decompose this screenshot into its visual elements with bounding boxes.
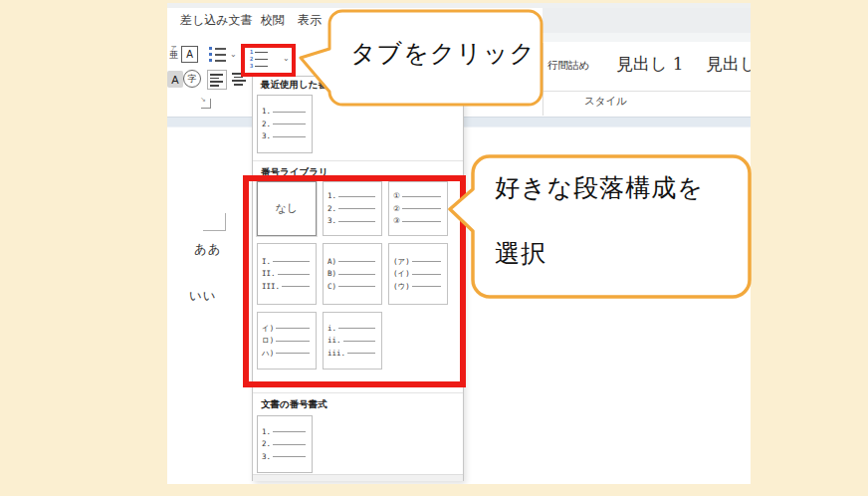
library-item-katakana-paren[interactable]: (ア)(イ)(ウ) — [388, 243, 448, 305]
placeholder-line — [402, 208, 441, 209]
number-marker: ロ) — [262, 337, 274, 345]
document-number-format-item[interactable]: 1.2.3. — [257, 415, 313, 473]
placeholder-line — [255, 66, 268, 68]
style-heading1[interactable]: 見出し 1 — [616, 53, 684, 76]
library-item-roman-upper[interactable]: I.II.III. — [257, 243, 317, 305]
placeholder-line — [255, 59, 268, 61]
bullet-list-icon — [209, 53, 226, 56]
number-preview-row: 2. — [262, 121, 308, 128]
number-marker: iii. — [327, 350, 345, 358]
number-marker: ハ) — [262, 350, 274, 358]
number-preview-row: iii. — [327, 350, 377, 358]
number-marker: (イ) — [393, 270, 410, 278]
number-marker: 2. — [327, 205, 336, 213]
number-preview-row: 1. — [327, 192, 377, 200]
dialog-launcher-arrow-icon: ↘ — [200, 96, 206, 104]
number-marker: 3 — [250, 64, 253, 70]
align-center-button[interactable] — [230, 70, 250, 90]
number-preview-row: ロ) — [262, 337, 312, 345]
number-marker: A) — [327, 258, 336, 266]
number-preview-row: 1 — [250, 50, 270, 55]
number-marker: 1. — [262, 108, 271, 116]
number-marker: (ア) — [393, 258, 410, 266]
number-marker: 2 — [250, 57, 253, 63]
number-preview-row: C) — [327, 283, 377, 291]
library-item-alpha-paren[interactable]: A)B)C) — [323, 243, 382, 305]
ruby-icon-base: 亜 — [167, 51, 180, 60]
placeholder-line — [276, 328, 310, 329]
placeholder-line — [338, 261, 375, 262]
style-no-spacing[interactable]: 行間詰め — [547, 59, 589, 73]
number-preview-row: 3. — [327, 217, 377, 225]
tab-row-background-lower — [542, 33, 751, 42]
number-marker: 3. — [262, 132, 271, 140]
document-text-line: いい — [189, 288, 217, 305]
align-center-icon — [232, 80, 246, 82]
placeholder-line — [282, 286, 310, 287]
callout-text-select-format-line1: 好きな段落構成を — [495, 171, 704, 204]
number-preview-row: II. — [262, 270, 312, 278]
number-preview-row: 2. — [262, 440, 308, 448]
placeholder-line — [273, 124, 306, 124]
paragraph-dialog-launcher[interactable]: ↘ — [201, 99, 211, 109]
number-preview-row: (ウ) — [393, 283, 443, 291]
number-marker: III. — [262, 283, 280, 291]
bullet-list-icon — [209, 59, 226, 62]
number-marker: イ) — [262, 325, 274, 333]
character-shading-button[interactable]: A — [167, 71, 183, 88]
numbered-list-chevron-icon[interactable]: ⌄ — [283, 55, 290, 63]
number-marker: 3. — [327, 217, 336, 225]
number-library-header: 番号ライブラリ — [261, 166, 328, 179]
enclose-characters-button[interactable]: 字 — [183, 70, 201, 88]
placeholder-line — [338, 328, 375, 329]
placeholder-line — [273, 444, 306, 445]
placeholder-line — [276, 341, 310, 342]
bullet-list-chevron-icon[interactable]: ⌄ — [230, 51, 237, 59]
style-heading2[interactable]: 見出し — [706, 53, 751, 76]
number-marker: I. — [262, 258, 271, 266]
number-preview-row: ii. — [327, 337, 377, 345]
number-preview-row: ② — [393, 205, 443, 213]
number-preview-row: 2 — [250, 57, 270, 62]
number-preview-row: I. — [262, 258, 312, 266]
phonetic-guide-button[interactable]: ア 亜 — [167, 45, 180, 60]
text-boundary-corner-mark — [203, 230, 226, 231]
placeholder-line — [338, 208, 375, 209]
number-marker: 2. — [262, 440, 271, 448]
placeholder-line — [412, 261, 441, 262]
tab-row-background — [542, 8, 751, 33]
number-marker: (ウ) — [393, 283, 410, 291]
placeholder-line — [255, 52, 268, 54]
bullet-list-button[interactable] — [209, 47, 226, 65]
library-item-none[interactable]: なし — [257, 181, 317, 236]
placeholder-line — [412, 274, 441, 275]
align-left-icon — [210, 78, 219, 80]
number-marker: 2. — [262, 121, 271, 128]
placeholder-line — [273, 136, 306, 137]
tab-review[interactable]: 校閲 — [261, 12, 285, 29]
tab-mailings[interactable]: 差し込み文書 — [180, 12, 253, 29]
numbering-dropdown-panel: 最近使用した番号書式 1.2.3. 番号ライブラリ なし 1.2.3. ①②③ … — [252, 76, 464, 481]
library-item-roman-lower[interactable]: i.ii.iii. — [323, 312, 382, 370]
library-item-circled[interactable]: ①②③ — [388, 181, 448, 236]
placeholder-line — [273, 112, 306, 113]
number-preview-row: ハ) — [262, 350, 312, 358]
styles-divider — [542, 91, 751, 92]
align-left-icon — [210, 81, 223, 83]
character-border-button[interactable]: A — [181, 46, 198, 63]
placeholder-line — [338, 196, 375, 197]
styles-group-label: スタイル — [584, 95, 627, 109]
panel-footer — [253, 474, 463, 481]
number-library-grid: なし 1.2.3. ①②③ I.II.III. A)B)C) (ア)(イ)(ウ)… — [257, 181, 448, 370]
number-preview-row: 2. — [327, 205, 377, 213]
align-left-button[interactable] — [207, 70, 227, 90]
number-marker: i. — [327, 325, 336, 333]
number-marker: B) — [327, 270, 336, 278]
placeholder-line — [273, 261, 310, 262]
number-marker: 3. — [262, 453, 271, 461]
number-marker: C) — [327, 283, 336, 291]
library-item-iroha[interactable]: イ)ロ)ハ) — [257, 312, 317, 370]
number-preview-row: 1. — [262, 428, 308, 436]
library-item-decimal[interactable]: 1.2.3. — [323, 181, 382, 236]
numbered-list-button[interactable]: 123 — [250, 50, 270, 71]
